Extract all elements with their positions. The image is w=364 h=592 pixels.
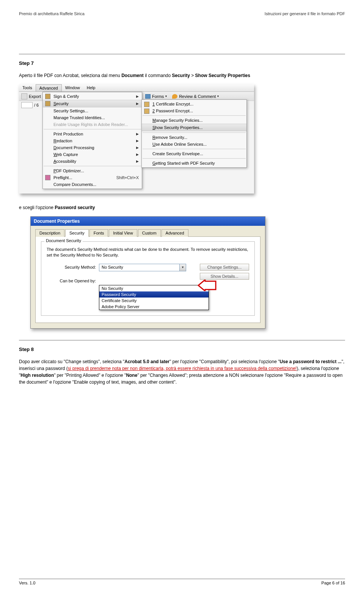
menubar-item[interactable]: Window	[62, 84, 83, 91]
menu-item[interactable]: Redaction▶	[43, 137, 142, 144]
menu-item[interactable]: Compare Documents...	[43, 181, 142, 188]
chevron-right-icon: ▶	[136, 132, 139, 136]
opened-by-label: Can be Opened by:	[47, 277, 96, 283]
security-method-label: Security Method:	[47, 264, 96, 269]
footer-version: Vers. 1.0	[19, 581, 35, 585]
cert-icon	[144, 102, 149, 107]
tab-advanced[interactable]: Advanced	[162, 229, 188, 237]
tab-panel-security: Document Security The document's Securit…	[35, 236, 260, 323]
submenu-item[interactable]: 2 Password Encrypt...	[142, 107, 246, 114]
sign-icon	[45, 94, 50, 99]
forms-button[interactable]: Forms ▾	[145, 94, 167, 99]
submenu-item[interactable]: 1 Certificate Encrypt...	[142, 101, 246, 107]
forms-icon	[145, 94, 151, 99]
menu-item[interactable]: Document Processing▶	[43, 144, 142, 151]
tab-fonts[interactable]: Fonts	[89, 229, 108, 237]
step7-after: e scegli l'opzione Password security	[19, 204, 345, 211]
pwd-icon	[144, 109, 149, 114]
document-header: Premio di architettura Raffele Sirica Is…	[19, 11, 345, 16]
submenu-item[interactable]: Show Security Properties...	[142, 124, 246, 131]
step7-title: Step 7	[19, 60, 345, 66]
menu-item[interactable]: PDF Optimizer...	[43, 167, 142, 174]
option-certificate-security[interactable]: Certificate Security	[99, 298, 209, 304]
change-settings-button[interactable]: Change Settings...	[200, 264, 249, 271]
chevron-right-icon: ▶	[136, 102, 139, 105]
dialog-titlebar: Document Properties	[31, 217, 265, 226]
chevron-right-icon: ▶	[136, 153, 139, 156]
menu-item[interactable]: Web Capture▶	[43, 151, 142, 158]
tab-description[interactable]: Description	[35, 229, 64, 237]
review-icon	[172, 94, 177, 99]
menu-item[interactable]: Preflight...Shift+Ctrl+X	[43, 174, 142, 181]
submenu-item[interactable]: Manage Security Policies...	[142, 117, 246, 124]
option-adobe-policy-server[interactable]: Adobe Policy Server	[99, 304, 209, 310]
menubar-item[interactable]: Help	[83, 84, 99, 91]
footer-page: Page 6 of 16	[322, 581, 345, 585]
preflight-icon	[45, 175, 50, 180]
submenu-item[interactable]: Create Security Envelope...	[142, 150, 246, 157]
menu-item[interactable]: Sign & Certify▶	[43, 93, 142, 100]
export-icon	[21, 93, 27, 99]
menu-item[interactable]: Accessibility▶	[43, 158, 142, 165]
security-method-combo[interactable]: No Security	[99, 264, 186, 271]
step7-intro: Aperto il file PDF con Acrobat, selezion…	[19, 72, 345, 79]
submenu-item[interactable]: Remove Security...	[142, 134, 246, 141]
tab-security[interactable]: Security	[65, 229, 89, 237]
chevron-right-icon: ▶	[136, 139, 139, 143]
menu-item: Enable Usage Rights in Adobe Reader...	[43, 121, 142, 128]
document-security-fieldset: Document Security The document's Securit…	[41, 241, 255, 316]
fieldset-legend: Document Security	[44, 238, 83, 243]
step8-title: Step 8	[19, 346, 345, 352]
option-no-security[interactable]: No Security	[99, 285, 209, 291]
chevron-down-icon[interactable]	[179, 264, 186, 271]
divider	[19, 54, 345, 54]
chevron-right-icon: ▶	[136, 146, 139, 150]
option-password-security[interactable]: Password Security	[99, 291, 209, 298]
submenu-item[interactable]: Use Adobe Online Services...	[142, 141, 246, 148]
submenu-item[interactable]: Getting Started with PDF Security	[142, 160, 246, 167]
security-description: The document's Security Method restricts…	[47, 247, 249, 258]
chevron-right-icon: ▶	[136, 94, 139, 98]
advanced-menu: Sign & Certify▶Security▶Security Setting…	[42, 92, 142, 189]
menu-item[interactable]: Security Settings...	[43, 107, 142, 114]
tab-initial-view[interactable]: Initial View	[109, 229, 137, 237]
chevron-right-icon: ▶	[136, 159, 139, 163]
menubar: Tools Advanced Window Help	[19, 84, 254, 92]
document-footer: Vers. 1.0 Page 6 of 16	[19, 579, 345, 585]
security-submenu: 1 Certificate Encrypt...2 Password Encry…	[141, 99, 247, 168]
review-button[interactable]: Review & Comment ▾	[172, 94, 219, 99]
screenshot-dialog: Document Properties DescriptionSecurityF…	[30, 216, 265, 329]
page-count: / 6	[34, 103, 39, 107]
page-input[interactable]	[21, 102, 33, 108]
menu-item[interactable]: Security▶	[43, 100, 142, 107]
header-left: Premio di architettura Raffele Sirica	[19, 11, 85, 16]
show-details-button[interactable]: Show Details...	[200, 273, 249, 280]
security-icon	[45, 101, 50, 106]
dialog-tabs: DescriptionSecurityFontsInitial ViewCust…	[31, 226, 265, 236]
menubar-item-advanced[interactable]: Advanced	[36, 84, 62, 91]
divider	[19, 340, 345, 340]
step8-paragraph: Dopo aver cliccato su "Change settings",…	[19, 358, 345, 386]
security-method-dropdown: No SecurityPassword SecurityCertificate …	[99, 285, 209, 310]
screenshot-menu: Tools Advanced Window Help Export / 6 Fo…	[19, 84, 254, 194]
menu-item[interactable]: Manage Trusted Identities...	[43, 114, 142, 121]
menu-item[interactable]: Print Production▶	[43, 131, 142, 137]
header-right: Istruzioni per generare il file in forma…	[265, 11, 345, 16]
export-button[interactable]: Export	[29, 94, 41, 99]
tab-custom[interactable]: Custom	[138, 229, 161, 237]
menubar-item[interactable]: Tools	[19, 84, 36, 91]
